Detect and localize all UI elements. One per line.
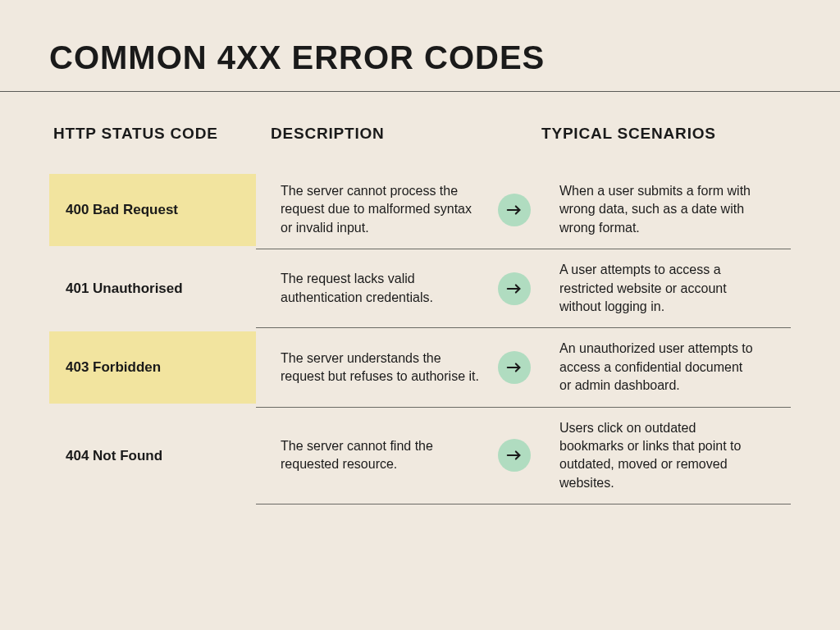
- arrow-cell: [486, 194, 543, 226]
- arrow-cell: [486, 351, 543, 384]
- arrow-right-icon: [498, 439, 531, 472]
- scenario-cell: A user attempts to access a restricted w…: [543, 261, 756, 316]
- status-code-cell: 400 Bad Request: [49, 174, 256, 246]
- arrow-cell: [486, 272, 543, 305]
- row-details: The request lacks valid authentication c…: [256, 249, 791, 328]
- status-code-cell: 403 Forbidden: [49, 331, 256, 404]
- status-code-cell: 401 Unauthorised: [49, 253, 256, 325]
- table-row: 400 Bad RequestThe server cannot process…: [49, 171, 791, 249]
- table-row: 401 UnauthorisedThe request lacks valid …: [49, 249, 791, 328]
- description-cell: The request lacks valid authentication c…: [281, 270, 486, 307]
- scenario-cell: An unauthorized user attempts to access …: [543, 340, 756, 395]
- table-row: 404 Not FoundThe server cannot find the …: [49, 408, 791, 505]
- row-details: The server cannot find the requested res…: [256, 408, 791, 505]
- status-code-cell: 404 Not Found: [49, 420, 256, 492]
- arrow-right-icon: [498, 194, 531, 226]
- header-scenarios: TYPICAL SCENARIOS: [541, 125, 716, 142]
- table-header-row: HTTP STATUS CODE DESCRIPTION TYPICAL SCE…: [49, 125, 791, 143]
- row-details: The server cannot process the request du…: [256, 171, 791, 249]
- page-title: COMMON 4XX ERROR CODES: [0, 0, 840, 91]
- arrow-right-icon: [498, 272, 531, 305]
- scenario-cell: Users click on outdated bookmarks or lin…: [543, 419, 756, 493]
- scenario-cell: When a user submits a form with wrong da…: [543, 182, 756, 237]
- description-cell: The server cannot find the requested res…: [281, 437, 486, 474]
- description-cell: The server understands the request but r…: [281, 349, 486, 386]
- header-code: HTTP STATUS CODE: [53, 125, 218, 142]
- arrow-right-icon: [498, 351, 531, 384]
- header-description: DESCRIPTION: [271, 125, 385, 142]
- description-cell: The server cannot process the request du…: [281, 182, 486, 237]
- arrow-cell: [486, 439, 543, 472]
- row-details: The server understands the request but r…: [256, 328, 791, 407]
- error-codes-table: HTTP STATUS CODE DESCRIPTION TYPICAL SCE…: [0, 92, 840, 504]
- table-row: 403 ForbiddenThe server understands the …: [49, 328, 791, 407]
